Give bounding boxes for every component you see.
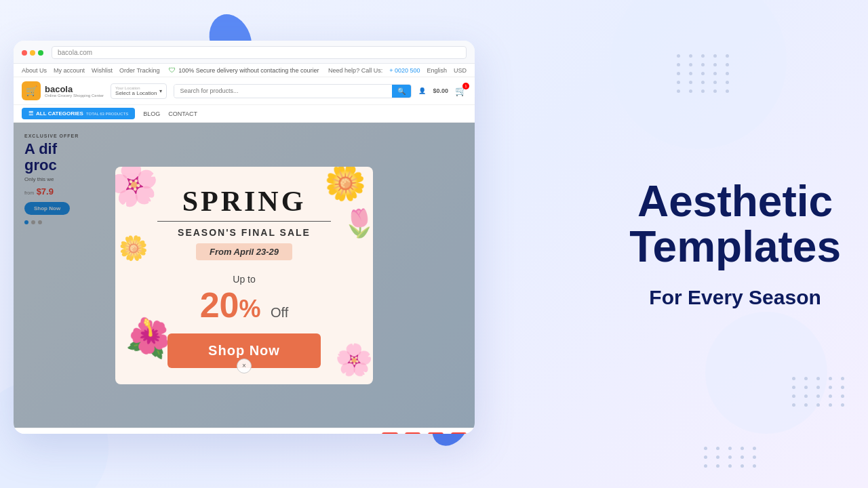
phone-number[interactable]: + 0020 500 — [389, 67, 420, 74]
nav-links: BLOG CONTACT — [143, 110, 197, 117]
nav-bar: ☰ ALL CATEGORIES TOTAL 63 PRODUCTS BLOG … — [14, 105, 475, 123]
location-chevron-icon: ▾ — [159, 88, 162, 94]
top-bar: About Us My account Wishlist Order Track… — [14, 64, 475, 77]
special-offers-text: Special Offers of the week! — [149, 433, 292, 434]
contact-link[interactable]: CONTACT — [168, 110, 197, 117]
close-dot[interactable] — [22, 50, 27, 56]
help-text: Need help? Call Us: — [328, 67, 382, 74]
order-tracking-link[interactable]: Order Tracking — [119, 67, 160, 74]
browser-chrome: bacola.com — [14, 41, 475, 64]
wishlist-link[interactable]: Wishlist — [92, 67, 113, 74]
right-title-line2: Templates — [629, 222, 841, 271]
bg-blob-bottom-right — [705, 312, 827, 434]
popup-divider — [157, 221, 331, 222]
currency-selector[interactable]: USD — [454, 67, 467, 74]
categories-count: TOTAL 63 PRODUCTS — [86, 112, 128, 116]
account-link[interactable]: My account — [54, 67, 85, 74]
popup-percent: 20% Off — [136, 287, 353, 323]
right-side-content: Aesthetic Templates For Every Season — [629, 179, 841, 309]
popup-date-banner: From April 23-29 — [196, 243, 292, 260]
popup-spring-title: SPRING — [136, 187, 353, 216]
location-selector[interactable]: Your Location Select a Location ▾ — [111, 83, 167, 99]
percent-number: 20 — [200, 285, 239, 325]
bottom-bar: 100% Secure d Special Offers of the week… — [14, 428, 475, 434]
top-bar-security: 🛡 100% Secure delivery without contactin… — [169, 66, 319, 74]
right-title-line1: Aesthetic — [637, 177, 833, 226]
browser-mockup: bacola.com About Us My account Wishlist … — [14, 41, 475, 434]
popup-seasons-final: SEASON'S FINAL SALE — [136, 227, 353, 238]
popup-offer-prefix: Up to — [136, 274, 353, 285]
language-selector[interactable]: English — [427, 67, 447, 74]
logo-icon: 🛒 — [22, 81, 41, 100]
main-content: EXCLUSIVE OFFER A difgroc Only this we f… — [14, 123, 475, 428]
countdown-minutes: 12 — [405, 432, 420, 434]
user-icon[interactable]: 👤 — [418, 87, 426, 94]
search-button[interactable]: 🔍 — [392, 85, 411, 98]
cart-icon[interactable]: 🛒 1 — [455, 85, 467, 96]
dots-bottom-right — [792, 377, 848, 407]
countdown-seconds: 35 — [428, 432, 443, 434]
popup-content: SPRING SEASON'S FINAL SALE From April 23… — [136, 187, 353, 368]
location-label: Your Location Select a Location — [115, 86, 157, 96]
top-bar-right: Need help? Call Us: + 0020 500 English U… — [328, 67, 467, 74]
countdown-timer: 55 : 12 : 35 : 18 — [382, 432, 467, 434]
special-offers-link[interactable]: of the week! — [184, 433, 214, 434]
about-link[interactable]: About Us — [22, 67, 47, 74]
cart-badge: 1 — [462, 83, 469, 89]
right-main-title: Aesthetic Templates — [629, 179, 841, 270]
browser-address-bar[interactable]: bacola.com — [52, 46, 467, 59]
popup-overlay: 🌸 🌼 🌺 🌸 🌷 🌼 SPRING SEASON'S FINAL SALE F… — [14, 123, 475, 428]
security-text: 100% Secure delivery without contacting … — [178, 67, 319, 74]
dots-bottom-right2 — [704, 447, 760, 468]
categories-button[interactable]: ☰ ALL CATEGORIES TOTAL 63 PRODUCTS — [22, 108, 135, 119]
logo-subtitle: Online Grocery Shopping Center — [45, 94, 104, 98]
browser-window-controls — [22, 50, 43, 56]
blog-link[interactable]: BLOG — [143, 110, 160, 117]
percent-sign: % — [239, 295, 261, 323]
popup-modal: 🌸 🌼 🌺 🌸 🌷 🌼 SPRING SEASON'S FINAL SALE F… — [115, 167, 373, 384]
logo-area: 🛒 bacola Online Grocery Shopping Center — [22, 81, 104, 100]
off-text: Off — [271, 305, 288, 320]
countdown-ms: 18 — [451, 432, 467, 434]
top-bar-links: About Us My account Wishlist Order Track… — [22, 67, 160, 74]
special-offers-section: Special Offers of the week! Ut placerat,… — [149, 433, 292, 434]
popup-close-button[interactable]: × — [237, 359, 252, 373]
dots-top-right — [677, 54, 732, 93]
shield-icon: 🛡 — [169, 66, 176, 74]
minimize-dot[interactable] — [30, 50, 35, 56]
logo-name: bacola — [45, 85, 104, 94]
search-bar: 🔍 — [174, 84, 412, 98]
right-subtitle: For Every Season — [629, 286, 841, 309]
maximize-dot[interactable] — [38, 50, 43, 56]
header-actions: 👤 $0.00 🛒 1 — [418, 85, 467, 96]
main-header: 🛒 bacola Online Grocery Shopping Center … — [14, 77, 475, 105]
countdown-hours: 55 — [382, 432, 397, 434]
cart-price: $0.00 — [433, 87, 448, 94]
search-input[interactable] — [174, 85, 392, 97]
logo-text: bacola Online Grocery Shopping Center — [45, 85, 104, 98]
